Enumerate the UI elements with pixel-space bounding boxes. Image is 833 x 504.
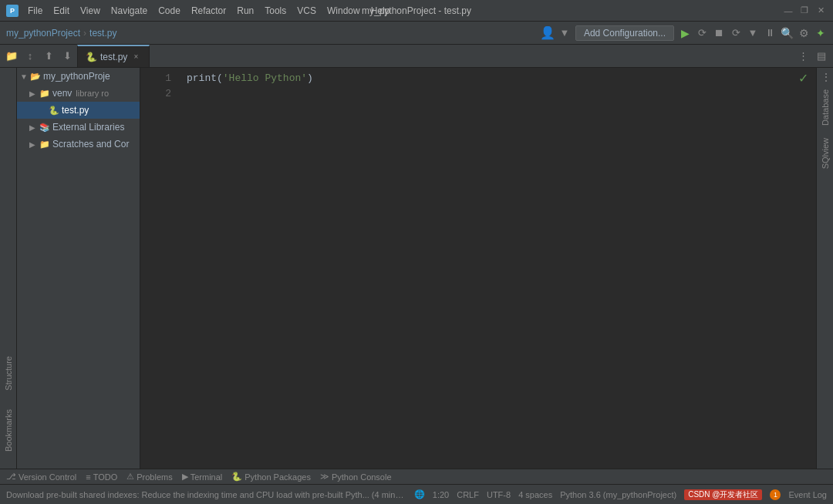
settings-icon[interactable]: ⚙ bbox=[798, 27, 810, 39]
sqlview-tab[interactable]: SQlview bbox=[818, 132, 832, 175]
bottom-bar: ⎇Version Control≡TODO⚠Problems▶Terminal🐍… bbox=[0, 469, 833, 484]
collapse-icon[interactable]: ⬆ bbox=[40, 48, 57, 65]
tree-label-1: venv bbox=[52, 88, 72, 99]
status-position[interactable]: 1:20 bbox=[433, 490, 449, 499]
nav-bar: my_pythonProject › test.py 👤 ▼ Add Confi… bbox=[0, 22, 833, 45]
search-nav-icon[interactable]: 🔍 bbox=[781, 27, 793, 39]
bottom-btn-icon-0: ⎇ bbox=[6, 472, 16, 482]
breadcrumb-sep: › bbox=[83, 28, 86, 39]
python-file-icon: 🐍 bbox=[86, 52, 97, 62]
breadcrumb-file[interactable]: test.py bbox=[89, 28, 116, 39]
maximize-button[interactable]: ❐ bbox=[798, 5, 811, 17]
toolbar-right: ⋮ ▤ bbox=[794, 48, 830, 65]
bottom-btn-todo[interactable]: ≡TODO bbox=[86, 472, 117, 482]
scroll-from-source-icon[interactable]: ↕ bbox=[22, 48, 39, 65]
more-options-icon[interactable]: ⋮ bbox=[794, 48, 811, 65]
expand-icon[interactable]: ⬇ bbox=[59, 48, 76, 65]
bottom-btn-terminal[interactable]: ▶Terminal bbox=[182, 472, 223, 482]
title-bar-left: P FileEditViewNavigateCodeRefactorRunToo… bbox=[6, 4, 394, 18]
tree-item-3[interactable]: ▶📚External Libraries bbox=[17, 119, 140, 136]
bottom-btn-icon-4: 🐍 bbox=[231, 472, 242, 482]
menu-item-view[interactable]: View bbox=[76, 4, 105, 18]
tree-icon-4: 📁 bbox=[39, 139, 50, 150]
plugin-icon[interactable]: ✦ bbox=[814, 27, 827, 39]
tree-icon-1: 📁 bbox=[39, 89, 50, 99]
breadcrumb-project[interactable]: my_pythonProject bbox=[6, 28, 80, 39]
tab-test-py[interactable]: 🐍 test.py × bbox=[77, 45, 150, 67]
status-indent[interactable]: 4 spaces bbox=[518, 490, 552, 499]
app-logo: P bbox=[6, 5, 19, 17]
file-tree: ▼📂my_pythonProje▶📁venvlibrary ro🐍test.py… bbox=[17, 68, 140, 469]
bottom-btn-label-0: Version Control bbox=[19, 472, 76, 482]
run-config-button[interactable]: Add Configuration... bbox=[575, 25, 674, 41]
menu-item-window[interactable]: Window bbox=[322, 4, 365, 18]
line-num-2: 2 bbox=[140, 86, 171, 102]
minimize-button[interactable]: — bbox=[782, 5, 794, 17]
run-more-icon[interactable]: ▼ bbox=[747, 27, 759, 39]
title-bar: P FileEditViewNavigateCodeRefactorRunToo… bbox=[0, 0, 833, 22]
menu-item-file[interactable]: File bbox=[23, 4, 47, 18]
bottom-btn-icon-5: ≫ bbox=[320, 472, 329, 482]
code-line-2 bbox=[187, 86, 816, 102]
menu-item-code[interactable]: Code bbox=[153, 4, 185, 18]
menu-item-vcs[interactable]: VCS bbox=[292, 4, 321, 18]
structure-tab[interactable]: Structure bbox=[1, 347, 16, 400]
tree-item-1[interactable]: ▶📁venvlibrary ro bbox=[17, 85, 140, 102]
tree-arrow-4: ▶ bbox=[29, 140, 37, 149]
status-message: Download pre-built shared indexes: Reduc… bbox=[6, 490, 408, 499]
code-editor[interactable]: print('Hello Python') bbox=[179, 68, 816, 469]
toggle-layout-icon[interactable]: ▤ bbox=[813, 48, 830, 65]
bottom-btn-python-packages[interactable]: 🐍Python Packages bbox=[231, 472, 311, 482]
menu-item-refactor[interactable]: Refactor bbox=[187, 4, 231, 18]
tab-close-button[interactable]: × bbox=[130, 52, 141, 62]
toolbar: 📁 ↕ ⬆ ⬇ 🐍 test.py × ⋮ ▤ bbox=[0, 45, 833, 68]
status-right: 🌐 1:20 CRLF UTF-8 4 spaces Python 3.6 (m… bbox=[414, 489, 827, 500]
debug-icon[interactable]: ⏸ bbox=[764, 27, 776, 39]
status-line-ending[interactable]: CRLF bbox=[457, 490, 479, 499]
bottom-btn-version-control[interactable]: ⎇Version Control bbox=[6, 472, 76, 482]
rerun-icon[interactable]: ⟳ bbox=[696, 27, 708, 39]
right-panel: ⋮ Database SQlview bbox=[816, 68, 833, 469]
tree-arrow-3: ▶ bbox=[29, 123, 37, 132]
tree-label-4: Scratches and Cor bbox=[52, 139, 129, 150]
right-panel-more-icon[interactable]: ⋮ bbox=[821, 71, 831, 83]
tree-arrow-0: ▼ bbox=[20, 72, 28, 81]
tree-arrow-1: ▶ bbox=[29, 89, 37, 98]
tree-icon-3: 📚 bbox=[39, 123, 50, 133]
tab-bar: 🐍 test.py × bbox=[77, 45, 793, 67]
status-encoding[interactable]: UTF-8 bbox=[487, 490, 511, 499]
status-connection-icon: 🌐 bbox=[414, 489, 425, 499]
window-title: my_pythonProject - test.py bbox=[362, 5, 471, 16]
menu-item-tools[interactable]: Tools bbox=[260, 4, 291, 18]
tree-item-0[interactable]: ▼📂my_pythonProje bbox=[17, 68, 140, 85]
stop-icon[interactable]: ⏹ bbox=[713, 27, 725, 39]
event-log-label[interactable]: Event Log bbox=[788, 490, 827, 499]
tree-icon-0: 📂 bbox=[30, 72, 41, 82]
left-vert-panels: Structure Bookmarks bbox=[0, 68, 17, 469]
notification-badge[interactable]: 1 bbox=[770, 489, 781, 500]
bottom-btn-icon-3: ▶ bbox=[182, 472, 188, 482]
menu-item-edit[interactable]: Edit bbox=[49, 4, 74, 18]
bottom-btn-problems[interactable]: ⚠Problems bbox=[126, 472, 172, 482]
bottom-btn-python-console[interactable]: ≫Python Console bbox=[320, 472, 392, 482]
tree-icon-2: 🐍 bbox=[49, 106, 59, 116]
run-icon[interactable]: ▶ bbox=[679, 27, 691, 39]
menu-item-navigate[interactable]: Navigate bbox=[106, 4, 152, 18]
bottom-btn-icon-2: ⚠ bbox=[126, 472, 134, 482]
status-python-version[interactable]: Python 3.6 (my_pythonProject) bbox=[560, 490, 676, 499]
tree-item-4[interactable]: ▶📁Scratches and Cor bbox=[17, 136, 140, 153]
nav-right: 👤 ▼ Add Configuration... ▶ ⟳ ⏹ ⟳ ▼ ⏸ 🔍 ⚙… bbox=[541, 25, 827, 41]
bookmarks-tab[interactable]: Bookmarks bbox=[1, 400, 16, 461]
menu-item-run[interactable]: Run bbox=[232, 4, 258, 18]
tree-item-2[interactable]: 🐍test.py bbox=[17, 102, 140, 119]
breadcrumb: my_pythonProject › test.py bbox=[6, 28, 116, 39]
close-button[interactable]: ✕ bbox=[814, 5, 827, 17]
profile-icon[interactable]: 👤 bbox=[541, 27, 554, 39]
coverage-icon[interactable]: ⟳ bbox=[730, 27, 742, 39]
nav-dropdown-icon[interactable]: ▼ bbox=[558, 27, 571, 39]
database-tab[interactable]: Database bbox=[818, 83, 832, 132]
menu-bar: FileEditViewNavigateCodeRefactorRunTools… bbox=[23, 4, 394, 18]
status-bar: Download pre-built shared indexes: Reduc… bbox=[0, 484, 833, 504]
editor-area[interactable]: 1 2 print('Hello Python') ✓ bbox=[140, 68, 816, 469]
project-files-icon[interactable]: 📁 bbox=[3, 48, 20, 65]
